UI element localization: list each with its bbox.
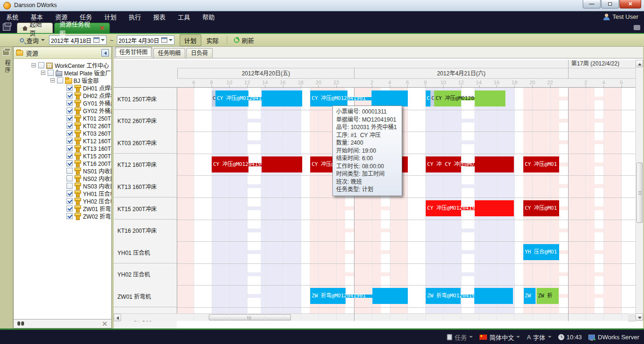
- plan-toggle[interactable]: 计划: [180, 34, 201, 46]
- gantt-task-bar[interactable]: [475, 200, 514, 216]
- tab-resource-task-view[interactable]: 资源任务视图 ✕: [54, 23, 110, 33]
- scroll-left-arrow[interactable]: [114, 314, 121, 321]
- gantt-task-bar[interactable]: C: [212, 90, 215, 106]
- gantt-task-bar[interactable]: [475, 156, 514, 172]
- menu-item[interactable]: 系统: [0, 12, 25, 21]
- refresh-button[interactable]: 刷新: [231, 35, 257, 46]
- actual-toggle[interactable]: 实际: [202, 35, 223, 46]
- tree-item[interactable]: GY02 外桶成型机: [14, 106, 111, 114]
- tree-checkbox[interactable]: [66, 145, 73, 151]
- tree-item[interactable]: YH02 压合机: [14, 197, 111, 205]
- tab-list-icon[interactable]: [634, 25, 640, 30]
- tree-item[interactable]: KT12 160T冲床: [14, 137, 111, 144]
- horizontal-scrollbar[interactable]: [114, 313, 636, 321]
- gantt-task-bar[interactable]: [475, 90, 505, 106]
- autohide-sidebar[interactable]: 程序: [0, 47, 13, 328]
- gantt-task-bar[interactable]: [262, 90, 302, 106]
- tree-item[interactable]: KT01 250T冲床: [14, 114, 111, 122]
- tab-home[interactable]: 起始页: [17, 23, 53, 33]
- scroll-down-arrow[interactable]: [636, 313, 643, 321]
- gantt-task-bar[interactable]: C: [430, 90, 434, 106]
- tree-item[interactable]: NS03 内收口机: [14, 182, 111, 189]
- user-box[interactable]: Test User: [603, 11, 638, 22]
- find-icon[interactable]: [17, 321, 24, 326]
- gantt-task-bar[interactable]: [474, 288, 513, 304]
- tree-checkbox[interactable]: [66, 168, 73, 174]
- gantt-task-bar[interactable]: [372, 90, 408, 106]
- gantt-task-bar[interactable]: CY 冲 CY 冲压@MO12041904: [426, 156, 461, 172]
- tree-item[interactable]: Metal Plate 钣金厂: [14, 69, 111, 76]
- tree-item[interactable]: NS02 内收口机: [14, 174, 111, 182]
- menu-item[interactable]: 工具: [172, 12, 196, 21]
- gantt-task-bar[interactable]: CY 冲压@MO12041902: [434, 90, 461, 106]
- tree-expander-icon[interactable]: [32, 63, 36, 67]
- gantt-task-bar[interactable]: ZW 折弯@MO12041901: [426, 288, 461, 304]
- minimize-button[interactable]: —: [583, 0, 601, 8]
- tree-item[interactable]: KT13 160T冲床: [14, 144, 111, 152]
- tree-expander-icon[interactable]: [50, 78, 55, 82]
- menu-item[interactable]: 执行: [123, 12, 147, 21]
- gantt-task-bar[interactable]: [262, 156, 302, 172]
- tree-item[interactable]: YH01 压合机: [14, 189, 111, 197]
- tree-item[interactable]: KT02 260T冲床: [14, 122, 111, 129]
- tree-checkbox[interactable]: [66, 123, 73, 129]
- vertical-scrollbar[interactable]: [636, 60, 643, 321]
- gantt-tab[interactable]: 任务甘特图: [115, 47, 152, 58]
- tree-item[interactable]: KT16 200T冲床: [14, 159, 111, 167]
- restore-button[interactable]: [601, 0, 619, 8]
- gantt-task-bar[interactable]: CY 冲压@MO12041901: [310, 90, 347, 106]
- gantt-task-bar[interactable]: CY 冲压@MO1: [523, 156, 559, 172]
- gantt-task-bar[interactable]: YH 压合@MO1: [523, 244, 559, 260]
- tree-checkbox[interactable]: [66, 85, 73, 91]
- tree-checkbox[interactable]: [66, 100, 73, 106]
- gantt-tab[interactable]: 任务明细: [153, 48, 185, 58]
- tree-item[interactable]: GY01 外桶成型机: [14, 99, 111, 106]
- tree-item[interactable]: DH02 点焊机: [14, 91, 111, 99]
- menu-item[interactable]: 帮助: [196, 12, 221, 21]
- tree-item[interactable]: ZW01 折弯机: [14, 205, 111, 212]
- tree-expander-icon[interactable]: [41, 71, 45, 75]
- tree-checkbox[interactable]: [66, 107, 73, 114]
- gantt-task-bar[interactable]: [372, 288, 408, 304]
- collapse-panel-button[interactable]: [101, 49, 109, 57]
- tree-item[interactable]: KT03 260T冲床: [14, 129, 111, 137]
- gantt-task-bar[interactable]: CY 冲压@MO12041903: [426, 200, 461, 216]
- tree-checkbox[interactable]: [66, 175, 73, 181]
- gantt-task-bar[interactable]: ZW 折: [537, 288, 559, 304]
- tab-close-icon[interactable]: ✕: [99, 26, 105, 31]
- tree-checkbox[interactable]: [66, 153, 73, 159]
- tree-checkbox[interactable]: [66, 190, 73, 197]
- gantt-tab[interactable]: 日负荷: [186, 48, 213, 58]
- status-language-menu[interactable]: 简体中文: [479, 333, 520, 342]
- close-panel-icon[interactable]: ✕: [102, 320, 107, 328]
- tree-item[interactable]: DH01 点焊机: [14, 84, 111, 91]
- hscroll-thumb[interactable]: [209, 314, 291, 320]
- tree-checkbox[interactable]: [66, 92, 73, 98]
- tree-checkbox[interactable]: [57, 77, 63, 83]
- tree-checkbox[interactable]: [66, 130, 73, 136]
- tree-checkbox[interactable]: [66, 160, 73, 166]
- windows-stack-icon[interactable]: [3, 24, 10, 31]
- tree-checkbox[interactable]: [66, 198, 73, 204]
- tree-item[interactable]: KT15 200T冲床: [14, 152, 111, 159]
- gantt-task-bar[interactable]: ZW: [524, 288, 536, 304]
- tree-checkbox[interactable]: [66, 115, 73, 121]
- gantt-task-bar[interactable]: C: [426, 90, 430, 106]
- scroll-up-arrow[interactable]: [636, 60, 643, 67]
- tree-item[interactable]: ZW02 折弯机: [14, 212, 111, 220]
- date-to-field[interactable]: 2012年 4月30日: [117, 35, 174, 45]
- tree-checkbox[interactable]: [66, 205, 73, 212]
- gantt-task-bar[interactable]: CY 冲压@MO12041904: [212, 156, 248, 172]
- menu-item[interactable]: 计划: [98, 12, 123, 21]
- tree-item[interactable]: NS01 内收口机: [14, 167, 111, 174]
- tree-checkbox[interactable]: [66, 138, 73, 144]
- status-font-menu[interactable]: A 字体: [527, 333, 551, 342]
- gantt-task-bar[interactable]: CY 冲压@MO12041901: [215, 90, 248, 106]
- tree-checkbox[interactable]: [66, 183, 73, 189]
- gantt-task-bar[interactable]: CY 冲压@MO1: [523, 200, 559, 216]
- tree-item[interactable]: BJ 钣金部: [14, 76, 111, 84]
- tree-item[interactable]: WorkCenter 工作中心: [14, 61, 111, 69]
- close-button[interactable]: ✕: [619, 0, 641, 8]
- menu-item[interactable]: 报表: [147, 12, 172, 21]
- gantt-task-bar[interactable]: ZW 折弯@MO12041901: [310, 288, 346, 304]
